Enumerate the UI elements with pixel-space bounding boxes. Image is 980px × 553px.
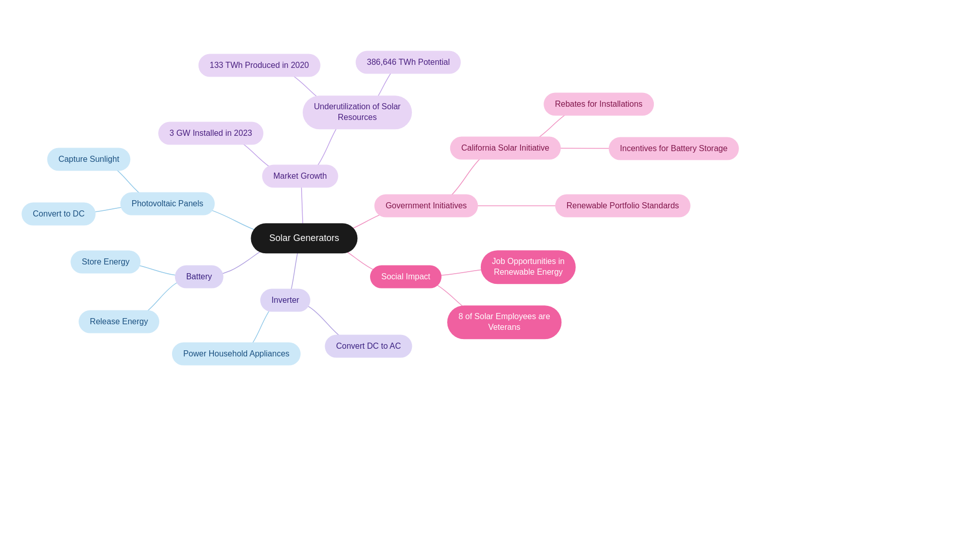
node-capture-sunlight[interactable]: Capture Sunlight (47, 148, 130, 171)
mindmap-container: Solar GeneratorsMarket GrowthUnderutiliz… (0, 0, 980, 553)
node-photovoltaic[interactable]: Photovoltaic Panels (120, 193, 215, 215)
node-store-energy[interactable]: Store Energy (70, 251, 140, 274)
node-government-initiatives[interactable]: Government Initiatives (374, 195, 478, 218)
node-social-impact[interactable]: Social Impact (370, 266, 442, 288)
node-inverter[interactable]: Inverter (260, 289, 310, 312)
node-convert-dc-ac[interactable]: Convert DC to AC (325, 335, 412, 358)
node-convert-dc[interactable]: Convert to DC (21, 203, 95, 226)
node-california-solar[interactable]: California Solar Initiative (450, 137, 561, 160)
node-gw-2023[interactable]: 3 GW Installed in 2023 (158, 122, 263, 145)
node-incentives-battery[interactable]: Incentives for Battery Storage (609, 137, 739, 160)
node-underutilization[interactable]: Underutilization of SolarResources (303, 95, 412, 129)
node-center[interactable]: Solar Generators (251, 223, 357, 253)
node-power-household[interactable]: Power Household Appliances (172, 343, 301, 366)
node-job-opportunities[interactable]: Job Opportunities inRenewable Energy (481, 250, 576, 284)
node-battery[interactable]: Battery (175, 266, 224, 288)
node-rebates[interactable]: Rebates for Installations (544, 93, 654, 116)
node-market-growth[interactable]: Market Growth (262, 165, 338, 188)
node-twh-potential[interactable]: 386,646 TWh Potential (356, 51, 461, 74)
node-veterans[interactable]: 8 of Solar Employees areVeterans (447, 305, 561, 339)
node-release-energy[interactable]: Release Energy (79, 310, 159, 333)
node-twh-2020[interactable]: 133 TWh Produced in 2020 (199, 54, 321, 77)
node-renewable-portfolio[interactable]: Renewable Portfolio Standards (555, 195, 691, 218)
